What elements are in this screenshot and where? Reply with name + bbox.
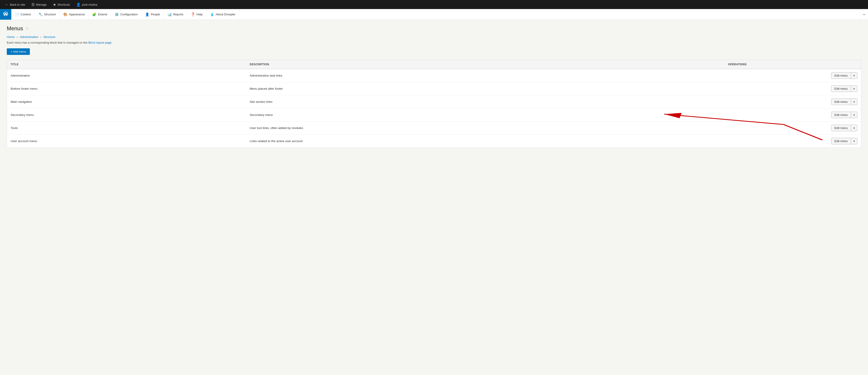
edit-menu-btn-group: Edit menu▼ xyxy=(831,72,857,79)
table-row: Main navigationSite section linksEdit me… xyxy=(7,95,861,108)
nav-items: 📄 Content 🔧 Structure 🎨 Appearance 🧩 Ext… xyxy=(11,9,860,20)
page-title: Menus xyxy=(7,25,23,32)
breadcrumb-administration[interactable]: Administration xyxy=(20,35,38,39)
cell-description: Menu placed after footer xyxy=(246,82,724,95)
table-wrapper: TITLE DESCRIPTION OPERATIONS Administrat… xyxy=(7,60,861,148)
admin-bar: ← Back to site ☰ Manage ★ Shortcuts 👤 pi… xyxy=(0,0,868,9)
hamburger-icon: ☰ xyxy=(31,2,35,7)
cell-title: Main navigation xyxy=(7,95,246,108)
breadcrumb-sep-2: » xyxy=(40,35,42,39)
edit-menu-dropdown-button[interactable]: ▼ xyxy=(851,112,857,118)
cell-title: Bottom footer menu xyxy=(7,82,246,95)
structure-icon: 🔧 xyxy=(38,12,43,16)
edit-menu-button[interactable]: Edit menu xyxy=(831,99,851,105)
block-layout-link[interactable]: Block layout page xyxy=(88,41,112,44)
nav-item-structure[interactable]: 🔧 Structure xyxy=(35,9,60,20)
edit-menu-btn-group: Edit menu▼ xyxy=(831,112,857,118)
table-row: ToolsUser tool links, often added by mod… xyxy=(7,122,861,135)
edit-menu-button[interactable]: Edit menu xyxy=(831,86,851,92)
table-row: AdministrationAdministrative task linksE… xyxy=(7,69,861,82)
back-arrow-icon: ← xyxy=(5,2,8,6)
configuration-icon: ⚙️ xyxy=(115,12,119,16)
table-row: User account menuLinks related to the ac… xyxy=(7,135,861,148)
edit-menu-btn-group: Edit menu▼ xyxy=(831,138,857,144)
back-to-site-button[interactable]: ← Back to site xyxy=(2,0,28,9)
manage-button[interactable]: ☰ Manage xyxy=(29,0,49,9)
cell-operations: Edit menu▼ xyxy=(724,82,861,95)
nav-item-people[interactable]: 👤 People xyxy=(142,9,164,20)
edit-menu-dropdown-button[interactable]: ▼ xyxy=(851,125,857,131)
star-icon: ★ xyxy=(53,2,56,7)
breadcrumb-sep-1: » xyxy=(16,35,19,39)
shortcuts-button[interactable]: ★ Shortcuts xyxy=(50,0,72,9)
nav-item-help[interactable]: ❓ Help xyxy=(187,9,206,20)
cell-operations: Edit menu▼ xyxy=(724,108,861,122)
cell-operations: Edit menu▼ xyxy=(724,95,861,108)
cell-description: Links related to the active user account xyxy=(246,135,724,148)
people-icon: 👤 xyxy=(145,12,149,16)
edit-menu-button[interactable]: Edit menu xyxy=(831,112,851,118)
table-head: TITLE DESCRIPTION OPERATIONS xyxy=(7,60,861,69)
extend-icon: 🧩 xyxy=(92,12,96,16)
cell-operations: Edit menu▼ xyxy=(724,69,861,82)
table-body: AdministrationAdministrative task linksE… xyxy=(7,69,861,148)
page-description: Each menu has a corresponding block that… xyxy=(7,41,861,44)
cell-description: Site section links xyxy=(246,95,724,108)
nav-item-appearance[interactable]: 🎨 Appearance xyxy=(60,9,89,20)
collapse-icon: ↦ xyxy=(863,13,866,16)
nav-item-about[interactable]: 💧 About Droopler xyxy=(206,9,239,20)
content-icon: 📄 xyxy=(15,12,19,16)
cell-title: Secondary menu xyxy=(7,108,246,122)
menus-table: TITLE DESCRIPTION OPERATIONS Administrat… xyxy=(7,60,861,148)
cell-title: User account menu xyxy=(7,135,246,148)
col-header-description: DESCRIPTION xyxy=(246,60,724,69)
nav-item-extend[interactable]: 🧩 Extend xyxy=(89,9,111,20)
nav-item-content[interactable]: 📄 Content xyxy=(11,9,35,20)
cell-operations: Edit menu▼ xyxy=(724,122,861,135)
cell-description: User tool links, often added by modules xyxy=(246,122,724,135)
edit-menu-dropdown-button[interactable]: ▼ xyxy=(851,138,857,144)
breadcrumb: Home » Administration » Structure xyxy=(7,35,861,39)
edit-menu-btn-group: Edit menu▼ xyxy=(831,99,857,105)
edit-menu-dropdown-button[interactable]: ▼ xyxy=(851,86,857,92)
table-row: Secondary menuSecondary menuEdit menu▼ xyxy=(7,108,861,122)
main-nav: 📄 Content 🔧 Structure 🎨 Appearance 🧩 Ext… xyxy=(0,9,868,20)
about-icon: 💧 xyxy=(210,12,214,16)
add-menu-button[interactable]: + Add menu xyxy=(7,48,30,55)
breadcrumb-home[interactable]: Home xyxy=(7,35,15,39)
table-header-row: TITLE DESCRIPTION OPERATIONS xyxy=(7,60,861,69)
user-icon: 👤 xyxy=(76,2,81,7)
table-row: Bottom footer menuMenu placed after foot… xyxy=(7,82,861,95)
edit-menu-dropdown-button[interactable]: ▼ xyxy=(851,72,857,79)
cell-description: Secondary menu xyxy=(246,108,724,122)
cell-description: Administrative task links xyxy=(246,69,724,82)
edit-menu-btn-group: Edit menu▼ xyxy=(831,86,857,92)
nav-item-configuration[interactable]: ⚙️ Configuration xyxy=(111,9,142,20)
edit-menu-button[interactable]: Edit menu xyxy=(831,72,851,79)
col-header-title: TITLE xyxy=(7,60,246,69)
edit-menu-button[interactable]: Edit menu xyxy=(831,138,851,144)
page-title-row: Menus ☆ xyxy=(7,25,861,32)
edit-menu-dropdown-button[interactable]: ▼ xyxy=(851,99,857,105)
appearance-icon: 🎨 xyxy=(63,12,68,16)
page-content: Menus ☆ Home » Administration » Structur… xyxy=(0,20,868,375)
bookmark-star-icon[interactable]: ☆ xyxy=(25,26,29,31)
breadcrumb-structure[interactable]: Structure xyxy=(43,35,55,39)
edit-menu-button[interactable]: Edit menu xyxy=(831,125,851,131)
help-icon: ❓ xyxy=(191,12,195,16)
user-menu-button[interactable]: 👤 piotr.miarka xyxy=(73,0,100,9)
cell-title: Tools xyxy=(7,122,246,135)
drupal-logo[interactable] xyxy=(0,9,11,20)
nav-item-reports[interactable]: 📊 Reports xyxy=(164,9,187,20)
col-header-operations: OPERATIONS xyxy=(724,60,861,69)
edit-menu-btn-group: Edit menu▼ xyxy=(831,125,857,131)
cell-operations: Edit menu▼ xyxy=(724,135,861,148)
cell-title: Administration xyxy=(7,69,246,82)
reports-icon: 📊 xyxy=(167,12,172,16)
nav-collapse-button[interactable]: ↦ xyxy=(860,9,868,20)
